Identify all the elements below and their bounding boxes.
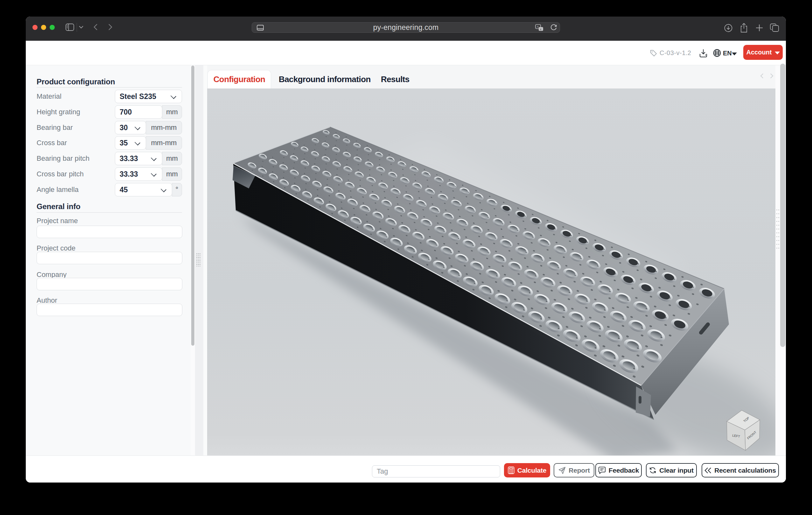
svg-text:x: x bbox=[540, 28, 542, 31]
svg-text:A: A bbox=[537, 25, 539, 28]
